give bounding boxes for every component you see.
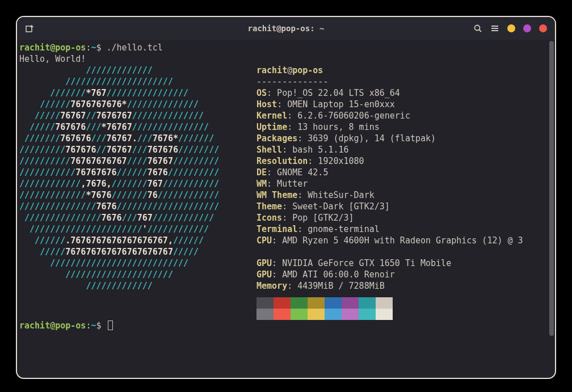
scrollbar-thumb[interactable] [549,41,554,336]
svg-point-3 [475,26,480,31]
terminal-window: rachit@pop-os: ~ rachit@pop-os:~$ ./hel [16,16,556,379]
scrollbar[interactable] [549,40,555,378]
minimize-button[interactable] [507,24,515,32]
color-swatch [325,309,342,320]
terminal-body[interactable]: rachit@pop-os:~$ ./hello.tclHello, World… [17,40,555,378]
color-swatch [376,309,393,320]
color-swatch [308,309,325,320]
color-swatch [291,297,308,309]
menu-icon[interactable] [490,24,499,33]
color-swatch [308,297,325,309]
search-icon[interactable] [473,24,482,33]
color-swatch [376,297,393,309]
window-title: rachit@pop-os: ~ [116,24,456,33]
cursor [108,321,113,330]
color-swatch [359,309,376,320]
maximize-button[interactable] [523,24,531,32]
color-swatch [342,309,359,320]
color-swatch [342,297,359,309]
color-swatch [359,297,376,309]
color-swatch [325,297,342,309]
svg-line-4 [480,30,482,32]
color-swatch [256,309,274,320]
titlebar: rachit@pop-os: ~ [17,17,555,40]
close-button[interactable] [539,24,547,32]
color-swatch [274,309,291,320]
new-tab-icon[interactable] [25,23,35,33]
color-swatch [274,297,291,309]
color-swatch [291,309,308,320]
color-swatch [256,297,274,309]
